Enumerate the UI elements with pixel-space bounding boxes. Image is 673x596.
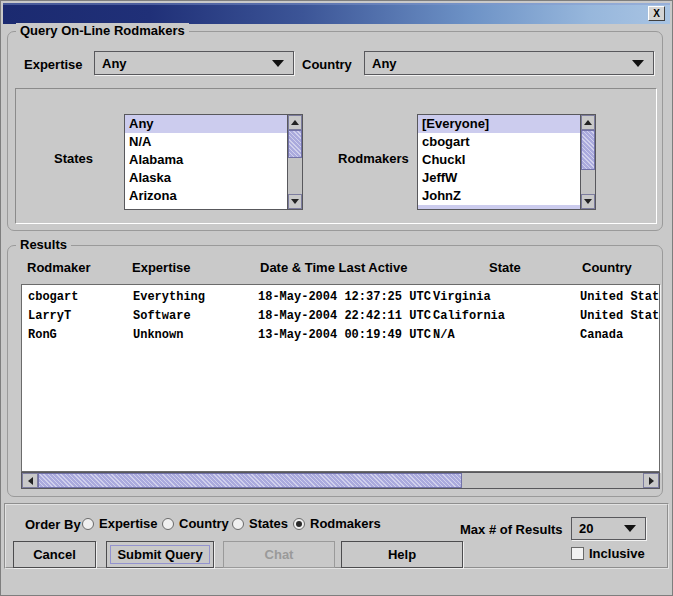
- query-groupbox: Query On-Line Rodmakers Expertise Any Co…: [7, 31, 663, 231]
- scrollbar-track[interactable]: [38, 473, 643, 488]
- dropdown-arrow-icon: [272, 60, 284, 67]
- cell-rodmaker: LarryT: [28, 307, 71, 326]
- list-item[interactable]: N/A: [125, 133, 287, 151]
- list-item[interactable]: JeffW: [418, 169, 580, 187]
- states-list-items: Any N/A Alabama Alaska Arizona Arkansas: [124, 114, 287, 210]
- cell-state: Virginia: [433, 288, 491, 307]
- scroll-down-button[interactable]: [288, 194, 302, 209]
- order-by-label: Order By: [25, 517, 81, 532]
- radio-rodmakers[interactable]: Rodmakers: [293, 516, 381, 531]
- states-list[interactable]: Any N/A Alabama Alaska Arizona Arkansas: [124, 114, 303, 210]
- column-header[interactable]: Date & Time Last Active: [260, 260, 407, 275]
- inclusive-checkbox[interactable]: Inclusive: [571, 546, 645, 561]
- title-bar[interactable]: X: [3, 3, 670, 24]
- scroll-up-button[interactable]: [581, 115, 595, 130]
- max-results-label: Max # of Results: [460, 522, 563, 537]
- close-icon: X: [653, 9, 660, 19]
- list-item[interactable]: [Everyone]: [418, 115, 580, 133]
- help-button[interactable]: Help: [341, 541, 463, 568]
- cell-state: California: [433, 307, 505, 326]
- scroll-up-button[interactable]: [288, 115, 302, 130]
- list-item[interactable]: Arkansas: [125, 205, 287, 210]
- expertise-label: Expertise: [24, 57, 83, 72]
- states-scrollbar[interactable]: [287, 114, 303, 210]
- scrollbar-thumb[interactable]: [581, 130, 595, 170]
- cancel-button[interactable]: Cancel: [13, 541, 96, 568]
- results-table-header: Rodmaker Expertise Date & Time Last Acti…: [21, 260, 660, 282]
- rodmakers-scrollbar[interactable]: [580, 114, 596, 210]
- scroll-right-button[interactable]: [643, 473, 659, 488]
- results-table[interactable]: cbogart Everything 18-May-2004 12:37:25 …: [21, 284, 660, 472]
- button-label: Cancel: [33, 547, 76, 562]
- column-header[interactable]: State: [489, 260, 521, 275]
- list-item[interactable]: cbogart: [418, 133, 580, 151]
- radio-icon: [232, 518, 244, 530]
- close-button[interactable]: X: [648, 6, 665, 21]
- cell-datetime: 18-May-2004 12:37:25 UTC: [258, 288, 431, 307]
- country-select[interactable]: Any: [364, 51, 654, 75]
- list-item[interactable]: Arizona: [125, 187, 287, 205]
- dropdown-arrow-icon: [632, 60, 644, 67]
- radio-icon: [82, 518, 94, 530]
- scroll-right-icon: [649, 477, 654, 485]
- radio-icon: [162, 518, 174, 530]
- list-item[interactable]: ChuckI: [418, 151, 580, 169]
- cell-rodmaker: RonG: [28, 326, 57, 345]
- radio-label: Rodmakers: [310, 516, 381, 531]
- checkbox-label: Inclusive: [589, 546, 645, 561]
- list-item[interactable]: Alaska: [125, 169, 287, 187]
- scrollbar-thumb[interactable]: [38, 473, 462, 488]
- footer-panel: Order By Expertise Country States Rodmak…: [4, 503, 669, 569]
- button-label: Help: [388, 547, 416, 562]
- results-horizontal-scrollbar[interactable]: [21, 472, 660, 489]
- scroll-left-button[interactable]: [22, 473, 38, 488]
- list-item[interactable]: Alabama: [125, 151, 287, 169]
- list-item[interactable]: JohnZ: [418, 187, 580, 205]
- scroll-down-icon: [291, 199, 299, 204]
- expertise-selected-value: Any: [95, 56, 272, 71]
- column-header[interactable]: Expertise: [132, 260, 191, 275]
- column-header[interactable]: Country: [582, 260, 632, 275]
- cell-datetime: 13-May-2004 00:19:49 UTC: [258, 326, 431, 345]
- scroll-down-button[interactable]: [581, 194, 595, 209]
- button-label: Chat: [265, 547, 294, 562]
- scrollbar-thumb[interactable]: [288, 130, 302, 158]
- country-selected-value: Any: [365, 56, 632, 71]
- rodmakers-list-items: [Everyone] cbogart ChuckI JeffW JohnZ La…: [417, 114, 580, 210]
- scroll-up-icon: [291, 120, 299, 125]
- lists-panel: States Any N/A Alabama Alaska Arizona Ar…: [15, 88, 657, 224]
- cell-rodmaker: cbogart: [28, 288, 78, 307]
- table-row[interactable]: cbogart Everything 18-May-2004 12:37:25 …: [22, 288, 659, 307]
- scrollbar-track[interactable]: [288, 130, 302, 194]
- chat-button: Chat: [223, 541, 335, 568]
- max-results-value: 20: [572, 521, 624, 536]
- radio-label: Country: [179, 516, 229, 531]
- radio-states[interactable]: States: [232, 516, 288, 531]
- cell-country: United States: [580, 307, 660, 326]
- scroll-up-icon: [584, 120, 592, 125]
- radio-selected-icon: [293, 518, 305, 530]
- focus-ring: [110, 545, 210, 564]
- column-header[interactable]: Rodmaker: [27, 260, 91, 275]
- scroll-left-icon: [28, 477, 33, 485]
- max-results-select[interactable]: 20: [571, 517, 646, 540]
- results-group-title: Results: [16, 237, 71, 253]
- submit-query-button[interactable]: Submit Query: [106, 541, 214, 568]
- scroll-down-icon: [584, 199, 592, 204]
- scrollbar-track[interactable]: [581, 130, 595, 194]
- list-item[interactable]: Any: [125, 115, 287, 133]
- dropdown-arrow-icon: [624, 525, 636, 532]
- cell-datetime: 18-May-2004 22:42:11 UTC: [258, 307, 431, 326]
- expertise-select[interactable]: Any: [94, 51, 294, 75]
- rodmakers-list[interactable]: [Everyone] cbogart ChuckI JeffW JohnZ La…: [417, 114, 596, 210]
- radio-expertise[interactable]: Expertise: [82, 516, 158, 531]
- cell-expertise: Software: [133, 307, 191, 326]
- table-row[interactable]: RonG Unknown 13-May-2004 00:19:49 UTC N/…: [22, 326, 659, 345]
- results-groupbox: Results Rodmaker Expertise Date & Time L…: [7, 245, 663, 497]
- country-label: Country: [302, 57, 352, 72]
- table-row[interactable]: LarryT Software 18-May-2004 22:42:11 UTC…: [22, 307, 659, 326]
- radio-country[interactable]: Country: [162, 516, 229, 531]
- query-group-title: Query On-Line Rodmakers: [16, 23, 189, 39]
- list-item[interactable]: LarryT: [418, 205, 580, 210]
- cell-expertise: Unknown: [133, 326, 183, 345]
